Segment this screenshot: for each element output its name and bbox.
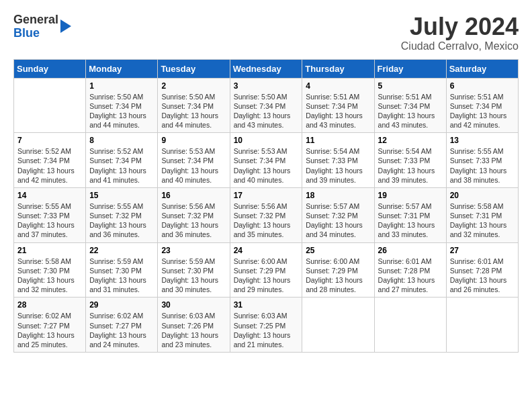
day-number: 15 bbox=[89, 191, 154, 200]
day-number: 20 bbox=[450, 191, 515, 200]
day-number: 9 bbox=[161, 136, 226, 145]
day-info: Sunrise: 5:56 AMSunset: 7:32 PMDaylight:… bbox=[161, 201, 226, 240]
day-cell: 22Sunrise: 5:59 AMSunset: 7:30 PMDayligh… bbox=[86, 242, 158, 298]
day-info: Sunrise: 6:01 AMSunset: 7:28 PMDaylight:… bbox=[378, 257, 443, 295]
day-info: Sunrise: 6:02 AMSunset: 7:27 PMDaylight:… bbox=[89, 311, 154, 349]
day-number: 5 bbox=[378, 81, 443, 91]
day-info: Sunrise: 5:51 AMSunset: 7:34 PMDaylight:… bbox=[450, 92, 515, 130]
day-number: 21 bbox=[17, 246, 82, 255]
day-cell: 6Sunrise: 5:51 AMSunset: 7:34 PMDaylight… bbox=[446, 78, 518, 133]
day-cell: 24Sunrise: 6:00 AMSunset: 7:29 PMDayligh… bbox=[230, 242, 302, 298]
day-info: Sunrise: 5:54 AMSunset: 7:33 PMDaylight:… bbox=[378, 146, 443, 185]
day-number: 22 bbox=[89, 246, 154, 255]
location-text: Ciudad Cerralvo, Mexico bbox=[401, 40, 519, 52]
day-cell: 23Sunrise: 5:59 AMSunset: 7:30 PMDayligh… bbox=[158, 242, 230, 298]
day-number: 18 bbox=[306, 191, 370, 200]
day-info: Sunrise: 5:51 AMSunset: 7:34 PMDaylight:… bbox=[378, 92, 443, 130]
day-cell: 15Sunrise: 5:55 AMSunset: 7:32 PMDayligh… bbox=[86, 187, 158, 242]
day-info: Sunrise: 5:58 AMSunset: 7:31 PMDaylight:… bbox=[450, 201, 515, 240]
header-thursday: Thursday bbox=[302, 59, 374, 78]
day-info: Sunrise: 6:02 AMSunset: 7:27 PMDaylight:… bbox=[17, 311, 82, 349]
day-cell: 8Sunrise: 5:52 AMSunset: 7:34 PMDaylight… bbox=[86, 133, 158, 188]
title-block: July 2024 Ciudad Cerralvo, Mexico bbox=[401, 13, 519, 52]
day-info: Sunrise: 6:03 AMSunset: 7:26 PMDaylight:… bbox=[161, 311, 226, 349]
day-info: Sunrise: 5:50 AMSunset: 7:34 PMDaylight:… bbox=[89, 92, 154, 130]
day-info: Sunrise: 5:53 AMSunset: 7:34 PMDaylight:… bbox=[234, 146, 299, 185]
day-cell bbox=[374, 298, 446, 353]
day-info: Sunrise: 5:59 AMSunset: 7:30 PMDaylight:… bbox=[89, 257, 154, 295]
day-number: 28 bbox=[17, 300, 82, 310]
day-cell: 19Sunrise: 5:57 AMSunset: 7:31 PMDayligh… bbox=[374, 187, 446, 242]
day-cell: 5Sunrise: 5:51 AMSunset: 7:34 PMDaylight… bbox=[374, 78, 446, 133]
day-number: 26 bbox=[378, 246, 443, 255]
logo-blue-text: Blue bbox=[13, 26, 40, 40]
day-cell: 12Sunrise: 5:54 AMSunset: 7:33 PMDayligh… bbox=[374, 133, 446, 188]
day-cell: 3Sunrise: 5:50 AMSunset: 7:34 PMDaylight… bbox=[230, 78, 302, 133]
day-number: 12 bbox=[378, 136, 443, 145]
day-number: 1 bbox=[89, 81, 154, 91]
day-number: 17 bbox=[234, 191, 299, 200]
day-cell: 9Sunrise: 5:53 AMSunset: 7:34 PMDaylight… bbox=[158, 133, 230, 188]
day-info: Sunrise: 5:56 AMSunset: 7:32 PMDaylight:… bbox=[234, 201, 299, 240]
week-row-3: 21Sunrise: 5:58 AMSunset: 7:30 PMDayligh… bbox=[14, 242, 519, 298]
day-number: 11 bbox=[306, 136, 370, 145]
logo: General Blue bbox=[13, 13, 71, 40]
day-number: 25 bbox=[306, 246, 370, 255]
day-cell: 4Sunrise: 5:51 AMSunset: 7:34 PMDaylight… bbox=[302, 78, 374, 133]
day-cell: 17Sunrise: 5:56 AMSunset: 7:32 PMDayligh… bbox=[230, 187, 302, 242]
day-number: 2 bbox=[161, 81, 226, 91]
day-number: 24 bbox=[234, 246, 299, 255]
day-cell: 16Sunrise: 5:56 AMSunset: 7:32 PMDayligh… bbox=[158, 187, 230, 242]
logo-general-text: General bbox=[13, 13, 58, 26]
logo-arrow-icon bbox=[60, 19, 71, 33]
day-info: Sunrise: 6:00 AMSunset: 7:29 PMDaylight:… bbox=[306, 257, 370, 295]
day-info: Sunrise: 5:52 AMSunset: 7:34 PMDaylight:… bbox=[89, 146, 154, 185]
day-cell bbox=[446, 298, 518, 353]
day-number: 4 bbox=[306, 81, 370, 91]
day-number: 31 bbox=[234, 300, 299, 310]
day-cell: 26Sunrise: 6:01 AMSunset: 7:28 PMDayligh… bbox=[374, 242, 446, 298]
day-cell: 20Sunrise: 5:58 AMSunset: 7:31 PMDayligh… bbox=[446, 187, 518, 242]
month-title: July 2024 bbox=[401, 13, 519, 40]
day-info: Sunrise: 6:01 AMSunset: 7:28 PMDaylight:… bbox=[450, 257, 515, 295]
header-friday: Friday bbox=[374, 59, 446, 78]
day-number: 14 bbox=[17, 191, 82, 200]
day-number: 23 bbox=[161, 246, 226, 255]
day-info: Sunrise: 6:03 AMSunset: 7:25 PMDaylight:… bbox=[234, 311, 299, 349]
header-saturday: Saturday bbox=[446, 59, 518, 78]
week-row-0: 1Sunrise: 5:50 AMSunset: 7:34 PMDaylight… bbox=[14, 78, 519, 133]
day-number: 8 bbox=[89, 136, 154, 145]
day-cell: 27Sunrise: 6:01 AMSunset: 7:28 PMDayligh… bbox=[446, 242, 518, 298]
calendar-table: SundayMondayTuesdayWednesdayThursdayFrid… bbox=[13, 59, 519, 353]
day-cell: 13Sunrise: 5:55 AMSunset: 7:33 PMDayligh… bbox=[446, 133, 518, 188]
day-cell bbox=[302, 298, 374, 353]
week-row-4: 28Sunrise: 6:02 AMSunset: 7:27 PMDayligh… bbox=[14, 298, 519, 353]
day-cell: 7Sunrise: 5:52 AMSunset: 7:34 PMDaylight… bbox=[14, 133, 86, 188]
day-info: Sunrise: 5:51 AMSunset: 7:34 PMDaylight:… bbox=[306, 92, 370, 130]
day-number: 3 bbox=[234, 81, 299, 91]
day-info: Sunrise: 5:53 AMSunset: 7:34 PMDaylight:… bbox=[161, 146, 226, 185]
day-cell bbox=[14, 78, 86, 133]
day-cell: 28Sunrise: 6:02 AMSunset: 7:27 PMDayligh… bbox=[14, 298, 86, 353]
day-info: Sunrise: 5:57 AMSunset: 7:32 PMDaylight:… bbox=[306, 201, 370, 240]
week-row-2: 14Sunrise: 5:55 AMSunset: 7:33 PMDayligh… bbox=[14, 187, 519, 242]
day-cell: 18Sunrise: 5:57 AMSunset: 7:32 PMDayligh… bbox=[302, 187, 374, 242]
page-header: General Blue July 2024 Ciudad Cerralvo, … bbox=[13, 13, 519, 52]
day-info: Sunrise: 5:50 AMSunset: 7:34 PMDaylight:… bbox=[161, 92, 226, 130]
day-cell: 11Sunrise: 5:54 AMSunset: 7:33 PMDayligh… bbox=[302, 133, 374, 188]
day-info: Sunrise: 5:58 AMSunset: 7:30 PMDaylight:… bbox=[17, 257, 82, 295]
day-info: Sunrise: 5:54 AMSunset: 7:33 PMDaylight:… bbox=[306, 146, 370, 185]
day-cell: 30Sunrise: 6:03 AMSunset: 7:26 PMDayligh… bbox=[158, 298, 230, 353]
day-number: 27 bbox=[450, 246, 515, 255]
day-cell: 14Sunrise: 5:55 AMSunset: 7:33 PMDayligh… bbox=[14, 187, 86, 242]
day-cell: 21Sunrise: 5:58 AMSunset: 7:30 PMDayligh… bbox=[14, 242, 86, 298]
day-number: 13 bbox=[450, 136, 515, 145]
day-cell: 31Sunrise: 6:03 AMSunset: 7:25 PMDayligh… bbox=[230, 298, 302, 353]
day-info: Sunrise: 6:00 AMSunset: 7:29 PMDaylight:… bbox=[234, 257, 299, 295]
header-row: SundayMondayTuesdayWednesdayThursdayFrid… bbox=[14, 59, 519, 78]
day-info: Sunrise: 5:55 AMSunset: 7:32 PMDaylight:… bbox=[89, 201, 154, 240]
day-cell: 25Sunrise: 6:00 AMSunset: 7:29 PMDayligh… bbox=[302, 242, 374, 298]
day-cell: 10Sunrise: 5:53 AMSunset: 7:34 PMDayligh… bbox=[230, 133, 302, 188]
day-info: Sunrise: 5:59 AMSunset: 7:30 PMDaylight:… bbox=[161, 257, 226, 295]
day-info: Sunrise: 5:55 AMSunset: 7:33 PMDaylight:… bbox=[17, 201, 82, 240]
